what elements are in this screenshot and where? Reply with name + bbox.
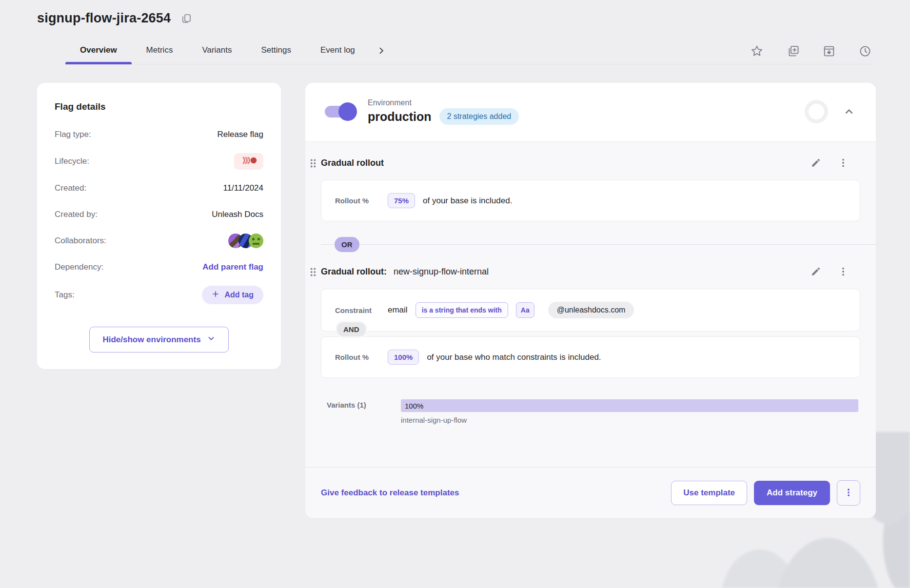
rollout-percentage-badge: 75% bbox=[388, 193, 415, 208]
dependency-label: Dependency: bbox=[55, 262, 103, 272]
pencil-icon bbox=[811, 157, 821, 168]
collaborator-avatars[interactable] bbox=[228, 234, 263, 248]
constraint-field: email bbox=[388, 305, 408, 315]
flag-type-label: Flag type: bbox=[55, 130, 91, 139]
archive-button[interactable] bbox=[821, 43, 837, 59]
strategy-separator: OR bbox=[321, 237, 860, 252]
environment-card: Environment production 2 strategies adde… bbox=[305, 83, 876, 518]
add-strategy-button[interactable]: Add strategy bbox=[754, 481, 830, 505]
tags-label: Tags: bbox=[55, 290, 75, 300]
chevron-right-icon bbox=[376, 46, 386, 57]
title-row: signup-flow-jira-2654 bbox=[37, 11, 876, 26]
tab-metrics[interactable]: Metrics bbox=[132, 39, 188, 64]
copy-plus-icon bbox=[786, 44, 800, 58]
hide-show-environments-button[interactable]: Hide/show environments bbox=[89, 327, 228, 353]
dependency-row: Dependency: Add parent flag bbox=[55, 259, 263, 275]
flag-page: signup-flow-jira-2654 Overview Metrics V… bbox=[0, 0, 910, 518]
and-pill: AND bbox=[336, 321, 367, 338]
strategy-2-body: AND Constraint email is a string that en… bbox=[321, 289, 860, 378]
created-by-row: Created by: Unleash Docs bbox=[55, 207, 263, 222]
lifecycle-row: Lifecycle: bbox=[55, 153, 263, 170]
rollout-description: of your base who match constraints is in… bbox=[427, 353, 601, 362]
tab-settings[interactable]: Settings bbox=[247, 39, 306, 64]
variant-percent: 100% bbox=[405, 402, 423, 410]
tab-overflow-button[interactable] bbox=[370, 39, 393, 64]
add-tag-button[interactable]: Add tag bbox=[202, 286, 263, 304]
add-parent-flag-link[interactable]: Add parent flag bbox=[202, 262, 263, 272]
copy-icon bbox=[180, 13, 192, 24]
rollout-label: Rollout % bbox=[335, 196, 380, 205]
variant-distribution-bar: 100% bbox=[401, 399, 858, 412]
copy-name-button[interactable] bbox=[179, 12, 193, 25]
created-label: Created: bbox=[55, 183, 86, 193]
rollout-label: Rollout % bbox=[335, 353, 380, 361]
created-by-value: Unleash Docs bbox=[212, 210, 263, 219]
strategy-1-title: Gradual rollout bbox=[321, 158, 384, 168]
strategy-item-2: Gradual rollout: new-signup-flow-interna… bbox=[321, 265, 860, 424]
variant-name: internal-sign-up-flow bbox=[401, 416, 858, 424]
strategy-2-title: Gradual rollout: bbox=[321, 267, 387, 277]
created-by-label: Created by: bbox=[55, 210, 98, 219]
constraint-operator-badge: is a string that ends with bbox=[415, 302, 508, 318]
tab-variants[interactable]: Variants bbox=[187, 39, 246, 64]
pencil-icon bbox=[811, 266, 821, 277]
feedback-link[interactable]: Give feedback to release templates bbox=[321, 488, 459, 498]
copy-flag-button[interactable] bbox=[785, 43, 801, 59]
kebab-menu-icon bbox=[844, 488, 853, 499]
metrics-ring bbox=[805, 100, 828, 123]
main-content: Flag details Flag type: Release flag Lif… bbox=[37, 83, 876, 518]
history-button[interactable] bbox=[857, 43, 873, 59]
favorite-button[interactable] bbox=[749, 43, 765, 59]
strategy-item-1: Gradual rollout bbox=[321, 157, 860, 221]
flag-details-title: Flag details bbox=[55, 101, 263, 112]
chevron-down-icon bbox=[207, 334, 216, 345]
edit-strategy-button[interactable] bbox=[810, 157, 822, 169]
environment-name: production bbox=[368, 110, 432, 124]
flag-type-row: Flag type: Release flag bbox=[55, 127, 263, 142]
collaborators-label: Collaborators: bbox=[55, 236, 106, 246]
strategies-list: Gradual rollout bbox=[305, 142, 876, 424]
tags-row: Tags: Add tag bbox=[55, 286, 263, 304]
or-pill: OR bbox=[335, 237, 359, 252]
edit-strategy-button[interactable] bbox=[810, 265, 822, 278]
toggle-knob bbox=[338, 102, 357, 121]
drag-handle-icon[interactable] bbox=[309, 158, 317, 169]
tab-event-log[interactable]: Event log bbox=[306, 39, 370, 64]
collaborators-row: Collaborators: bbox=[55, 233, 263, 249]
rollout-percentage-badge: 100% bbox=[388, 350, 419, 365]
created-row: Created: 11/11/2024 bbox=[55, 180, 263, 196]
environment-toggle[interactable] bbox=[325, 104, 357, 119]
lifecycle-label: Lifecycle: bbox=[55, 157, 89, 166]
strategies-count-badge: 2 strategies added bbox=[439, 108, 519, 125]
page-title: signup-flow-jira-2654 bbox=[37, 11, 171, 26]
flag-details-card: Flag details Flag type: Release flag Lif… bbox=[37, 83, 281, 369]
tab-overview[interactable]: Overview bbox=[65, 39, 132, 64]
strategy-2-name: new-signup-flow-internal bbox=[394, 267, 489, 277]
rollout-card: Rollout % 100% of your base who match co… bbox=[321, 336, 860, 378]
constraint-label: Constraint bbox=[335, 306, 380, 314]
use-template-button[interactable]: Use template bbox=[671, 481, 747, 505]
flag-type-value: Release flag bbox=[217, 130, 263, 139]
environment-footer: Give feedback to release templates Use t… bbox=[305, 467, 876, 518]
variants-label: Variants (1) bbox=[327, 399, 401, 424]
lifecycle-badge[interactable] bbox=[234, 153, 263, 170]
created-value: 11/11/2024 bbox=[223, 183, 263, 193]
environment-label: Environment bbox=[368, 98, 519, 107]
star-icon bbox=[750, 44, 764, 58]
strategy-menu-button[interactable] bbox=[837, 157, 850, 169]
rollout-description: of your base is included. bbox=[423, 196, 512, 206]
environment-title-block: Environment production 2 strategies adde… bbox=[368, 98, 519, 125]
environment-header: Environment production 2 strategies adde… bbox=[305, 83, 876, 142]
strategy-menu-button[interactable] bbox=[837, 265, 850, 278]
footer-menu-button[interactable] bbox=[837, 480, 860, 506]
constraint-card: Constraint email is a string that ends w… bbox=[321, 289, 860, 332]
hide-show-environments-label: Hide/show environments bbox=[102, 335, 200, 345]
kebab-menu-icon bbox=[838, 266, 849, 277]
constraint-value-pill: @unleashdocs.com bbox=[548, 302, 634, 318]
strategy-1-body: Rollout % 75% of your base is included. bbox=[321, 180, 860, 221]
collapse-environment-button[interactable] bbox=[842, 104, 856, 119]
drag-handle-icon[interactable] bbox=[309, 267, 317, 277]
kebab-menu-icon bbox=[838, 157, 849, 168]
collaborator-avatar bbox=[249, 234, 263, 248]
plus-icon bbox=[212, 290, 219, 300]
